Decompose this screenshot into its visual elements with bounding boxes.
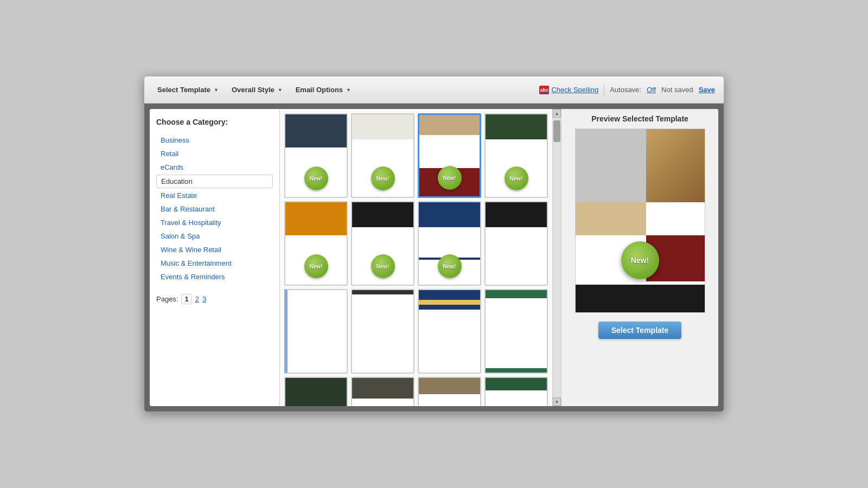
template-6[interactable]: New!	[351, 201, 414, 286]
select-template-button[interactable]: Select Template	[598, 322, 682, 339]
main-content: Choose a Category: Business Retail eCard…	[144, 104, 724, 412]
overall-style-menu[interactable]: Overall Style ▼	[227, 84, 287, 96]
pages-section: Pages: 1 2 3	[156, 294, 273, 304]
template-13[interactable]	[284, 377, 348, 406]
preview-new-badge: New!	[621, 241, 659, 279]
template-5[interactable]: New!	[284, 201, 348, 286]
template-7[interactable]: New!	[418, 201, 481, 286]
preview-mid-bar	[576, 202, 647, 235]
new-badge-2: New!	[371, 166, 395, 190]
template-2[interactable]: New!	[351, 113, 414, 198]
template-15[interactable]	[418, 377, 481, 406]
template-16[interactable]	[484, 377, 548, 406]
sidebar-item-travel[interactable]: Travel & Hospitality	[156, 216, 273, 229]
spell-check-icon: abc	[539, 86, 549, 94]
page-3-link[interactable]: 3	[202, 295, 206, 303]
scroll-thumb[interactable]	[553, 120, 560, 142]
template-4[interactable]: New!	[484, 113, 548, 198]
overall-style-arrow: ▼	[278, 87, 283, 93]
save-button[interactable]: Save	[699, 86, 715, 94]
new-badge-4: New!	[505, 166, 528, 190]
preview-top-right	[646, 129, 704, 202]
preview-title: Preview Selected Template	[591, 114, 688, 123]
autosave-toggle[interactable]: Off	[647, 86, 656, 94]
toolbar-right: abc Check Spelling Autosave: Off Not sav…	[539, 85, 715, 95]
page-2-link[interactable]: 2	[195, 295, 199, 303]
scroll-up-button[interactable]: ▲	[553, 109, 561, 118]
overall-style-label: Overall Style	[232, 86, 275, 94]
template-9[interactable]	[284, 289, 348, 374]
sidebar-item-education[interactable]: Education	[156, 175, 273, 188]
category-list: Business Retail eCards Education Real Es…	[156, 134, 273, 283]
check-spelling-button[interactable]: abc Check Spelling	[539, 86, 598, 94]
new-badge-3: New!	[438, 166, 462, 190]
template-11[interactable]	[418, 289, 481, 374]
preview-top-left	[576, 129, 647, 202]
preview-panel: Preview Selected Template New! Select Te…	[561, 109, 718, 406]
template-10[interactable]	[351, 289, 414, 374]
preview-image: New!	[575, 129, 705, 313]
scroll-down-button[interactable]: ▼	[553, 397, 561, 406]
main-window: Select Template ▼ Overall Style ▼ Email …	[144, 76, 724, 412]
sidebar-item-business[interactable]: Business	[156, 134, 273, 146]
toolbar: Select Template ▼ Overall Style ▼ Email …	[144, 76, 724, 104]
sidebar-item-music[interactable]: Music & Entertainment	[156, 257, 273, 269]
preview-top-area	[576, 129, 705, 202]
templates-grid: New! New! New! New! New!	[284, 113, 548, 406]
template-8[interactable]	[484, 201, 548, 286]
scroll-bar: ▲ ▼	[552, 109, 561, 406]
sidebar-item-wine[interactable]: Wine & Wine Retail	[156, 243, 273, 256]
select-template-label: Select Template	[157, 86, 210, 94]
inner-panel: Choose a Category: Business Retail eCard…	[150, 109, 718, 406]
sidebar: Choose a Category: Business Retail eCard…	[150, 109, 280, 406]
template-3[interactable]: New!	[418, 113, 481, 198]
page-1-link[interactable]: 1	[181, 294, 192, 304]
email-options-arrow: ▼	[346, 87, 351, 93]
sidebar-item-bar-restaurant[interactable]: Bar & Restaurant	[156, 203, 273, 215]
template-12[interactable]	[484, 289, 548, 374]
select-template-arrow: ▼	[214, 87, 219, 93]
preview-bottom	[576, 285, 705, 312]
select-template-menu[interactable]: Select Template ▼	[153, 84, 223, 96]
new-badge-1: New!	[304, 166, 328, 190]
sidebar-item-ecards[interactable]: eCards	[156, 161, 273, 174]
templates-area[interactable]: New! New! New! New! New!	[280, 109, 552, 406]
template-14[interactable]	[351, 377, 414, 406]
new-badge-7: New!	[438, 254, 462, 278]
sidebar-item-events[interactable]: Events & Reminders	[156, 271, 273, 283]
toolbar-divider	[604, 85, 604, 95]
scroll-track	[553, 118, 561, 397]
new-badge-5: New!	[304, 254, 328, 278]
template-12-bottom	[486, 368, 547, 373]
pages-label: Pages:	[156, 295, 178, 303]
template-1[interactable]: New!	[284, 113, 348, 198]
template-10-stripe	[352, 290, 413, 294]
new-badge-6: New!	[371, 254, 395, 278]
not-saved-text: Not saved	[661, 86, 693, 94]
sidebar-item-real-estate[interactable]: Real Estate	[156, 189, 273, 202]
email-options-menu[interactable]: Email Options ▼	[291, 84, 355, 96]
sidebar-item-salon[interactable]: Salon & Spa	[156, 230, 273, 242]
autosave-text: Autosave:	[610, 86, 641, 94]
email-options-label: Email Options	[296, 86, 343, 94]
sidebar-item-retail[interactable]: Retail	[156, 147, 273, 160]
check-spelling-label: Check Spelling	[551, 86, 598, 94]
choose-category-label: Choose a Category:	[156, 118, 273, 126]
